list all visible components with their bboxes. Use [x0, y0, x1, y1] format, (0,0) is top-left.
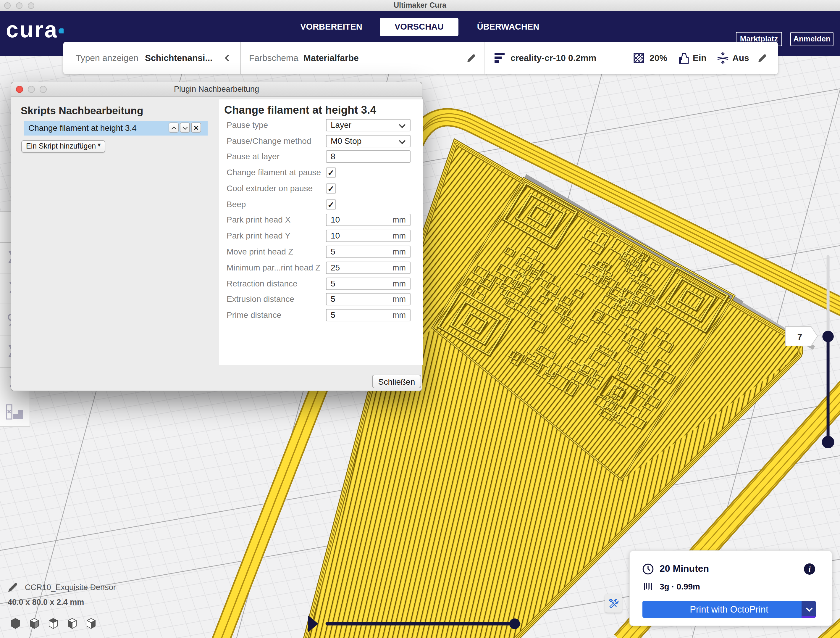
svg-text:7: 7 — [797, 332, 802, 342]
